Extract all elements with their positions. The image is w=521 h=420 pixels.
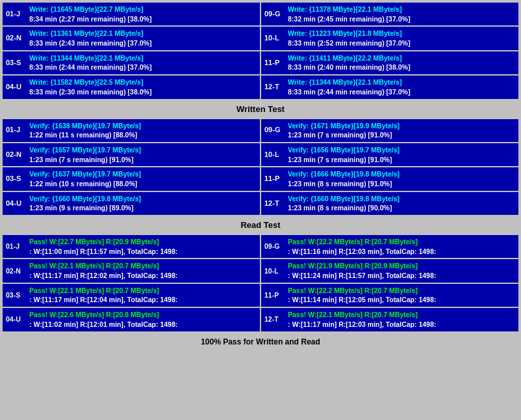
write-line1-12t: Write: {11344 MByte}[22.1 MByte/s] xyxy=(288,77,515,87)
verify-line1-11p: Verify: {1666 MByte}[19.8 MByte/s] xyxy=(288,169,515,179)
write-section: 01-J Write: {11645 MByte}[22.7 MByte/s] … xyxy=(3,3,518,99)
write-line1-02n: Write: {11361 MByte}[22.1 MByte/s] xyxy=(29,29,257,38)
write-line1-11p: Write: {11411 MByte}[22.2 MByte/s] xyxy=(288,53,515,63)
pass-cell-03s: 03-S Pass! W:[22.1 MByte/s] R:[20.7 MByt… xyxy=(3,284,260,307)
write-id-02n: 02-N xyxy=(6,29,25,48)
write-content-01j: Write: {11645 MByte}[22.7 MByte/s] 8:34 … xyxy=(29,5,257,23)
pass-content-01j: Pass! W:[22.7 MByte/s] R:[20.9 MByte/s] … xyxy=(29,237,257,256)
verify-cell-02n: 02-N Verify: {1657 MByte}[19.7 MByte/s] … xyxy=(3,143,260,166)
pass-id-12t: 12-T xyxy=(264,310,284,329)
pass-cell-11p: 11-P Pass! W:[22.2 MByte/s] R:[20.7 MByt… xyxy=(261,284,518,307)
verify-content-09g: Verify: {1671 MByte}[19.9 MByte/s] 1:23 … xyxy=(288,121,515,140)
write-content-04u: Write: {11582 MByte}[22.5 MByte/s] 8:33 … xyxy=(29,77,257,96)
pass-content-02n: Pass! W:[22.1 MByte/s] R:[20.7 MByte/s] … xyxy=(29,261,257,280)
write-line2-10l: 8:33 min (2:52 min remaining) [37.0%] xyxy=(288,38,515,48)
pass-line2-11p: : W:[11:14 min] R:[12:05 min], TotalCap:… xyxy=(288,295,515,305)
pass-line2-10l: : W:[11:24 min] R:[11:57 min], TotalCap:… xyxy=(288,271,515,281)
verify-id-10l: 10-L xyxy=(264,145,284,164)
verify-line2-02n: 1:23 min (7 s remaining) [91.0%] xyxy=(29,155,257,165)
verify-id-11p: 11-P xyxy=(264,169,284,188)
pass-cell-12t: 12-T Pass! W:[22.1 MByte/s] R:[20.7 MByt… xyxy=(261,308,518,331)
write-id-12t: 12-T xyxy=(264,77,284,96)
pass-id-03s: 03-S xyxy=(6,286,25,305)
verify-line1-09g: Verify: {1671 MByte}[19.9 MByte/s] xyxy=(288,121,515,131)
write-cell-09g: 09-G Write: {11378 MByte}[22.1 MByte/s] … xyxy=(261,3,518,25)
verify-cell-03s: 03-S Verify: {1637 MByte}[19.7 MByte/s] … xyxy=(3,167,260,190)
write-line1-01j: Write: {11645 MByte}[22.7 MByte/s] xyxy=(29,5,257,14)
write-line2-01j: 8:34 min (2:27 min remaining) [38.0%] xyxy=(29,14,257,24)
write-id-03s: 03-S xyxy=(6,53,25,72)
pass-line2-03s: : W:[11:17 min] R:[12:04 min], TotalCap:… xyxy=(29,295,257,305)
pass-cell-01j: 01-J Pass! W:[22.7 MByte/s] R:[20.9 MByt… xyxy=(3,235,260,258)
read-test-header: Read Test xyxy=(3,217,518,232)
write-line2-02n: 8:33 min (2:43 min remaining) [37.0%] xyxy=(29,38,257,48)
pass-id-02n: 02-N xyxy=(6,261,25,280)
pass-content-09g: Pass! W:[22.2 MByte/s] R:[20.7 MByte/s] … xyxy=(288,237,515,256)
verify-id-04u: 04-U xyxy=(6,194,25,213)
pass-id-09g: 09-G xyxy=(264,237,284,256)
write-content-11p: Write: {11411 MByte}[22.2 MByte/s] 8:33 … xyxy=(288,53,515,72)
write-line2-09g: 8:32 min (2:45 min remaining) [37.0%] xyxy=(288,14,515,24)
verify-cell-01j: 01-J Verify: {1638 MByte}[19.7 MByte/s] … xyxy=(3,119,260,142)
pass-cell-10l: 10-L Pass! W:[21.9 MByte/s] R:[20.9 MByt… xyxy=(261,259,518,282)
pass-line1-01j: Pass! W:[22.7 MByte/s] R:[20.9 MByte/s] xyxy=(29,237,257,247)
verify-content-12t: Verify: {1660 MByte}[19.8 MByte/s] 1:23 … xyxy=(288,194,515,213)
verify-content-04u: Verify: {1660 MByte}[19.8 MByte/s] 1:23 … xyxy=(29,194,257,213)
write-id-11p: 11-P xyxy=(264,53,284,72)
write-id-09g: 09-G xyxy=(264,5,284,23)
verify-cell-04u: 04-U Verify: {1660 MByte}[19.8 MByte/s] … xyxy=(3,192,260,215)
verify-grid: 01-J Verify: {1638 MByte}[19.7 MByte/s] … xyxy=(3,119,518,216)
pass-line1-04u: Pass! W:[22.6 MByte/s] R:[20.8 MByte/s] xyxy=(29,310,257,320)
verify-line2-01j: 1:22 min (11 s remaining) [88.0%] xyxy=(29,130,257,140)
write-cell-03s: 03-S Write: {11344 MByte}[22.1 MByte/s] … xyxy=(3,51,260,74)
write-line1-04u: Write: {11582 MByte}[22.5 MByte/s] xyxy=(29,77,257,87)
verify-id-12t: 12-T xyxy=(264,194,284,213)
verify-content-01j: Verify: {1638 MByte}[19.7 MByte/s] 1:22 … xyxy=(29,121,257,140)
pass-line1-12t: Pass! W:[22.1 MByte/s] R:[20.7 MByte/s] xyxy=(288,310,515,320)
verify-line1-03s: Verify: {1637 MByte}[19.7 MByte/s] xyxy=(29,169,257,179)
write-line2-11p: 8:33 min (2:40 min remaining) [38.0%] xyxy=(288,63,515,72)
write-id-10l: 10-L xyxy=(264,29,284,48)
pass-cell-04u: 04-U Pass! W:[22.6 MByte/s] R:[20.8 MByt… xyxy=(3,308,260,331)
verify-line1-12t: Verify: {1660 MByte}[19.8 MByte/s] xyxy=(288,194,515,204)
verify-cell-11p: 11-P Verify: {1666 MByte}[19.8 MByte/s] … xyxy=(261,167,518,190)
write-line2-03s: 8:33 min (2:44 min remaining) [37.0%] xyxy=(29,63,257,72)
written-test-header: Written Test xyxy=(3,102,518,117)
write-id-01j: 01-J xyxy=(6,5,25,23)
verify-cell-09g: 09-G Verify: {1671 MByte}[19.9 MByte/s] … xyxy=(261,119,518,142)
verify-id-09g: 09-G xyxy=(264,121,284,140)
write-cell-01j: 01-J Write: {11645 MByte}[22.7 MByte/s] … xyxy=(3,3,260,25)
pass-line1-02n: Pass! W:[22.1 MByte/s] R:[20.7 MByte/s] xyxy=(29,261,257,271)
pass-line2-02n: : W:[11:17 min] R:[12:02 min], TotalCap:… xyxy=(29,271,257,281)
write-cell-11p: 11-P Write: {11411 MByte}[22.2 MByte/s] … xyxy=(261,51,518,74)
pass-line1-11p: Pass! W:[22.2 MByte/s] R:[20.7 MByte/s] xyxy=(288,286,515,296)
write-cell-02n: 02-N Write: {11361 MByte}[22.1 MByte/s] … xyxy=(3,27,260,49)
write-line2-12t: 8:33 min (2:44 min remaining) [37.0%] xyxy=(288,87,515,97)
write-line1-10l: Write: {11223 MByte}[21.8 MByte/s] xyxy=(288,29,515,38)
write-content-03s: Write: {11344 MByte}[22.1 MByte/s] 8:33 … xyxy=(29,53,257,72)
write-content-09g: Write: {11378 MByte}[22.1 MByte/s] 8:32 … xyxy=(288,5,515,23)
verify-line2-10l: 1:23 min (7 s remaining) [91.0%] xyxy=(288,155,515,165)
pass-line1-03s: Pass! W:[22.1 MByte/s] R:[20.7 MByte/s] xyxy=(29,286,257,296)
write-cell-10l: 10-L Write: {11223 MByte}[21.8 MByte/s] … xyxy=(261,27,518,49)
pass-content-03s: Pass! W:[22.1 MByte/s] R:[20.7 MByte/s] … xyxy=(29,286,257,305)
pass-cell-02n: 02-N Pass! W:[22.1 MByte/s] R:[20.7 MByt… xyxy=(3,259,260,282)
write-content-12t: Write: {11344 MByte}[22.1 MByte/s] 8:33 … xyxy=(288,77,515,96)
verify-line2-09g: 1:23 min (7 s remaining) [91.0%] xyxy=(288,130,515,140)
write-line1-09g: Write: {11378 MByte}[22.1 MByte/s] xyxy=(288,5,515,14)
pass-id-11p: 11-P xyxy=(264,286,284,305)
pass-content-10l: Pass! W:[21.9 MByte/s] R:[20.9 MByte/s] … xyxy=(288,261,515,280)
verify-id-02n: 02-N xyxy=(6,145,25,164)
verify-cell-10l: 10-L Verify: {1656 MByte}[19.7 MByte/s] … xyxy=(261,143,518,166)
verify-line1-01j: Verify: {1638 MByte}[19.7 MByte/s] xyxy=(29,121,257,131)
pass-id-01j: 01-J xyxy=(6,237,25,256)
verify-line2-12t: 1:23 min (8 s remaining) [90.0%] xyxy=(288,203,515,213)
write-cell-12t: 12-T Write: {11344 MByte}[22.1 MByte/s] … xyxy=(261,76,518,98)
write-grid: 01-J Write: {11645 MByte}[22.7 MByte/s] … xyxy=(3,3,518,99)
verify-cell-12t: 12-T Verify: {1660 MByte}[19.8 MByte/s] … xyxy=(261,192,518,215)
verify-line2-03s: 1:22 min (10 s remaining) [88.0%] xyxy=(29,179,257,189)
pass-content-04u: Pass! W:[22.6 MByte/s] R:[20.8 MByte/s] … xyxy=(29,310,257,329)
write-cell-04u: 04-U Write: {11582 MByte}[22.5 MByte/s] … xyxy=(3,76,260,98)
verify-content-10l: Verify: {1656 MByte}[19.7 MByte/s] 1:23 … xyxy=(288,145,515,164)
footer-status: 100% Pass for Written and Read xyxy=(3,334,518,350)
